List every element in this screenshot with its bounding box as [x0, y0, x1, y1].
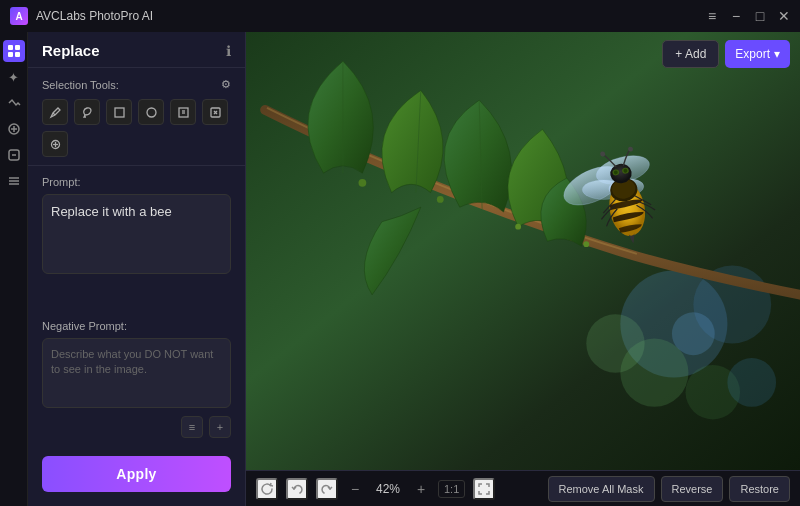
- pen-tool[interactable]: [42, 99, 68, 125]
- rail-icon-2[interactable]: ✦: [3, 66, 25, 88]
- negative-prompt-input[interactable]: [42, 338, 231, 408]
- bee-scene: [246, 32, 800, 470]
- rail-icon-4[interactable]: [3, 118, 25, 140]
- canvas-area: + Add Export ▾: [246, 32, 800, 506]
- rail-icon-5[interactable]: [3, 144, 25, 166]
- plus-select-tool[interactable]: [42, 131, 68, 157]
- svg-point-16: [147, 108, 156, 117]
- svg-rect-5: [15, 52, 20, 57]
- image-canvas: [246, 32, 800, 470]
- tools-row: [42, 99, 231, 157]
- bottom-toolbar: − 42% + 1:1 Remove All Mask Reverse Rest…: [246, 470, 800, 506]
- svg-text:A: A: [15, 11, 22, 22]
- negative-add-icon[interactable]: +: [209, 416, 231, 438]
- reverse-button[interactable]: Reverse: [661, 476, 724, 502]
- svg-rect-4: [8, 52, 13, 57]
- title-bar-left: A AVCLabs PhotoPro AI: [10, 7, 153, 25]
- svg-rect-3: [15, 45, 20, 50]
- left-panel: Replace ℹ Selection Tools: ⚙: [28, 32, 246, 506]
- undo-button[interactable]: [286, 478, 308, 500]
- prompt-label: Prompt:: [42, 176, 231, 188]
- brush-select-tool[interactable]: [202, 99, 228, 125]
- close-button[interactable]: ✕: [778, 10, 790, 22]
- negative-prompt-section: Negative Prompt: ≡ +: [28, 320, 245, 446]
- restore-button[interactable]: Restore: [729, 476, 790, 502]
- svg-point-35: [359, 179, 367, 187]
- svg-point-31: [727, 358, 776, 407]
- panel-title: Replace: [42, 42, 100, 59]
- rail-icon-replace[interactable]: [3, 40, 25, 62]
- selection-tools-label: Selection Tools: ⚙: [42, 78, 231, 91]
- title-bar: A AVCLabs PhotoPro AI ≡ − □ ✕: [0, 0, 800, 32]
- apply-button[interactable]: Apply: [42, 456, 231, 492]
- panel-header: Replace ℹ: [28, 32, 245, 68]
- svg-rect-2: [8, 45, 13, 50]
- svg-point-29: [586, 314, 644, 372]
- gear-icon[interactable]: ⚙: [221, 78, 231, 91]
- app-title: AVCLabs PhotoPro AI: [36, 9, 153, 23]
- svg-rect-15: [115, 108, 124, 117]
- icon-rail: ✦: [0, 32, 28, 506]
- svg-point-30: [672, 312, 715, 355]
- menu-button[interactable]: ≡: [706, 10, 718, 22]
- app-icon: A: [10, 7, 28, 25]
- zoom-reset-button[interactable]: 1:1: [438, 480, 465, 498]
- negative-prompt-icons: ≡ +: [42, 416, 231, 438]
- zoom-controls: − 42% + 1:1: [256, 478, 495, 500]
- top-toolbar: + Add Export ▾: [662, 40, 790, 68]
- selection-tools-section: Selection Tools: ⚙: [28, 68, 245, 166]
- export-chevron-icon: ▾: [774, 47, 780, 61]
- svg-point-38: [583, 241, 589, 247]
- export-button[interactable]: Export ▾: [725, 40, 790, 68]
- svg-point-37: [515, 224, 521, 230]
- fullscreen-button[interactable]: [473, 478, 495, 500]
- zoom-in-button[interactable]: +: [412, 480, 430, 498]
- mask-controls: Remove All Mask Reverse Restore: [548, 476, 790, 502]
- negative-list-icon[interactable]: ≡: [181, 416, 203, 438]
- redo-button[interactable]: [316, 478, 338, 500]
- add-button[interactable]: + Add: [662, 40, 719, 68]
- smart-select-tool[interactable]: [170, 99, 196, 125]
- rect-select-tool[interactable]: [106, 99, 132, 125]
- minimize-button[interactable]: −: [730, 10, 742, 22]
- zoom-out-button[interactable]: −: [346, 480, 364, 498]
- window-controls: ≡ − □ ✕: [706, 10, 790, 22]
- prompt-input[interactable]: [42, 194, 231, 274]
- scene-svg: [246, 32, 800, 470]
- maximize-button[interactable]: □: [754, 10, 766, 22]
- rail-icon-3[interactable]: [3, 92, 25, 114]
- apply-section: Apply: [28, 446, 245, 506]
- rail-icon-6[interactable]: [3, 170, 25, 192]
- main-content: ✦: [0, 32, 800, 506]
- svg-line-14: [53, 113, 55, 115]
- negative-prompt-label: Negative Prompt:: [42, 320, 231, 332]
- remove-all-mask-button[interactable]: Remove All Mask: [548, 476, 655, 502]
- lasso-tool[interactable]: [74, 99, 100, 125]
- svg-point-36: [437, 196, 444, 203]
- info-icon[interactable]: ℹ: [226, 43, 231, 59]
- zoom-value: 42%: [372, 482, 404, 496]
- refresh-button[interactable]: [256, 478, 278, 500]
- ellipse-select-tool[interactable]: [138, 99, 164, 125]
- prompt-section: Prompt:: [28, 166, 245, 320]
